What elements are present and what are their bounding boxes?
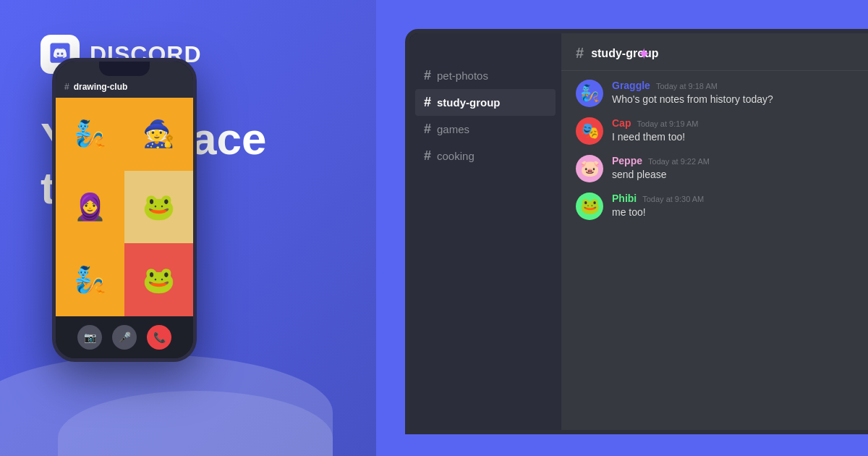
- channel-name-cooking: cooking: [437, 150, 475, 162]
- avatar-phibi: 🐸: [576, 193, 603, 220]
- chat-panel: # study-group 🧞 Graggle Today at 9:18 AM…: [561, 33, 868, 430]
- chat-header: # study-group: [561, 33, 868, 71]
- message-author-peppe: Peppe: [612, 155, 642, 166]
- message-header-graggle: Graggle Today at 9:18 AM: [612, 80, 773, 91]
- message-header-cap: Cap Today at 9:19 AM: [612, 117, 698, 129]
- channel-hash-icon: #: [424, 95, 431, 110]
- avatar-graggle: 🧞: [576, 80, 603, 107]
- phone-screen: # drawing-club 🧞 🧙 🧕 🐸 🧞 🐸 📷 🎤 📞: [56, 62, 193, 358]
- message-text-graggle: Who's got notes from history today?: [612, 93, 773, 107]
- channel-name-study-group: study-group: [437, 96, 501, 109]
- video-cell-4: 🐸: [124, 171, 193, 244]
- camera-button[interactable]: 📷: [77, 325, 102, 350]
- video-cell-6: 🐸: [124, 243, 193, 316]
- channel-name-games: games: [437, 123, 469, 135]
- chat-header-hash-icon: #: [576, 45, 584, 62]
- message-text-phibi: me too!: [612, 206, 704, 220]
- channel-list-panel: # pet-photos # study-group # games # coo…: [409, 33, 561, 430]
- channel-hash-icon: #: [424, 148, 431, 164]
- channel-hash-icon: #: [424, 122, 431, 137]
- phone-call-controls: 📷 🎤 📞: [56, 316, 193, 358]
- channel-item-pet-photos[interactable]: # pet-photos: [409, 62, 561, 89]
- phone-mockup: # drawing-club 🧞 🧙 🧕 🐸 🧞 🐸 📷 🎤 📞: [52, 58, 197, 362]
- sparkle-star-icon: ✦: [637, 45, 650, 64]
- message-peppe: 🐷 Peppe Today at 9:22 AM send please: [576, 155, 864, 182]
- avatar-peppe: 🐷: [576, 155, 603, 182]
- message-time-phibi: Today at 9:30 AM: [642, 195, 704, 203]
- end-call-button[interactable]: 📞: [147, 325, 171, 350]
- video-cell-2: 🧙: [124, 98, 193, 171]
- message-time-graggle: Today at 9:18 AM: [656, 82, 718, 90]
- channel-item-games[interactable]: # games: [409, 116, 561, 143]
- channel-name-pet-photos: pet-photos: [437, 69, 488, 82]
- message-content-peppe: Peppe Today at 9:22 AM send please: [612, 155, 710, 182]
- messages-area: 🧞 Graggle Today at 9:18 AM Who's got not…: [561, 71, 868, 430]
- mute-button[interactable]: 🎤: [112, 325, 137, 350]
- message-time-peppe: Today at 9:22 AM: [648, 157, 710, 166]
- message-content-cap: Cap Today at 9:19 AM I need them too!: [612, 117, 698, 145]
- message-graggle: 🧞 Graggle Today at 9:18 AM Who's got not…: [576, 80, 864, 107]
- message-author-graggle: Graggle: [612, 80, 650, 91]
- channel-item-study-group[interactable]: # study-group: [415, 89, 556, 116]
- message-time-cap: Today at 9:19 AM: [637, 119, 698, 128]
- video-cell-1: 🧞: [56, 98, 124, 171]
- laptop-mockup: ✦ # pet-photos # study-group # games # c…: [405, 29, 868, 434]
- video-cell-5: 🧞: [56, 243, 124, 316]
- phone-notch: [99, 62, 150, 76]
- phone-channel-hash: #: [64, 82, 69, 92]
- message-text-peppe: send please: [612, 168, 710, 182]
- phone-channel-name: drawing-club: [74, 82, 128, 92]
- laptop-screen: # pet-photos # study-group # games # coo…: [409, 33, 868, 430]
- video-cell-3: 🧕: [56, 171, 124, 244]
- message-author-cap: Cap: [612, 117, 631, 129]
- message-content-phibi: Phibi Today at 9:30 AM me too!: [612, 193, 704, 220]
- message-phibi: 🐸 Phibi Today at 9:30 AM me too!: [576, 193, 864, 220]
- video-call-grid: 🧞 🧙 🧕 🐸 🧞 🐸: [56, 98, 193, 316]
- message-cap: 🎭 Cap Today at 9:19 AM I need them too!: [576, 117, 864, 145]
- message-text-cap: I need them too!: [612, 130, 698, 145]
- message-header-phibi: Phibi Today at 9:30 AM: [612, 193, 704, 204]
- message-content-graggle: Graggle Today at 9:18 AM Who's got notes…: [612, 80, 773, 107]
- avatar-cap: 🎭: [576, 117, 603, 145]
- message-header-peppe: Peppe Today at 9:22 AM: [612, 155, 710, 166]
- channel-hash-icon: #: [424, 68, 431, 83]
- channel-item-cooking[interactable]: # cooking: [409, 143, 561, 169]
- message-author-phibi: Phibi: [612, 193, 637, 204]
